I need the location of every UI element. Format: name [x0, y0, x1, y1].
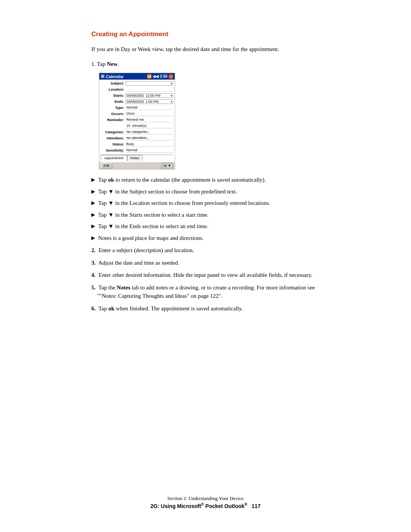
footer-brand: 2G: Using Microsoft® Pocket Outlook® 117: [150, 503, 260, 509]
cal-row-attendees: Attendees: No attendees...: [101, 136, 173, 141]
cal-ok-btn[interactable]: ok ▼: [161, 163, 173, 168]
cal-titlebar-icons: 📶 ◀◀ 2:56: [147, 74, 173, 79]
tab-appointment[interactable]: Appointment: [101, 155, 127, 161]
cal-value-starts[interactable]: 04/09/2003 12:00 PM▼: [126, 93, 173, 98]
cal-row-status: Status: Busy: [101, 142, 173, 147]
bullet-item-location: ▶ Tap ▼ in the Location section to choos…: [91, 199, 335, 208]
bullet-text-starts: Tap ▼ in the Starts section to select a …: [98, 211, 209, 219]
numbered-step-2: 2. Enter a subject (description) and loc…: [91, 246, 335, 255]
cal-value-type: Normal: [126, 105, 173, 110]
bullet-item-notes: ▶ Notes is a good place for maps and dir…: [91, 234, 335, 243]
cal-value-occurs: Once: [126, 112, 173, 116]
numbered-step-4: 4. Enter other desired information. Hide…: [91, 271, 335, 280]
cal-title-text: Calendar: [106, 74, 124, 79]
bullet-list: ▶ Tap ok to return to the calendar (the …: [91, 176, 335, 242]
step-num-5: 5.: [91, 283, 96, 292]
footer-line2: 2G: Using Microsoft® Pocket Outlook® 117: [0, 502, 411, 509]
numbered-step-3: 3. Adjust the date and time as needed.: [91, 259, 335, 267]
bullet-arrow-subject: ▶: [91, 188, 95, 195]
bullet-item-starts: ▶ Tap ▼ in the Starts section to select …: [91, 211, 335, 219]
numbered-step-5: 5. Tap the Notes tab to add notes or a d…: [91, 283, 335, 300]
cal-row-minutes: 15 minute(s): [101, 123, 173, 129]
step-num-2: 2.: [91, 246, 96, 255]
step-text-5: Tap the Notes tab to add notes or a draw…: [97, 283, 335, 300]
step-1-bold: New: [107, 61, 118, 67]
footer: Section 2: Understanding Your Device 2G:…: [0, 495, 411, 509]
cal-row-subject: Subject: ▼: [101, 81, 173, 86]
cal-value-sensitivity: Normal: [126, 148, 173, 153]
cal-label-categories: Categories:: [101, 130, 126, 134]
step-text-4: Enter other desired information. Hide th…: [97, 271, 312, 280]
cal-close-icon[interactable]: [169, 74, 173, 79]
page-container: Creating an Appointment If you are in Da…: [0, 0, 411, 532]
cal-label-ends: Ends:: [101, 100, 126, 104]
cal-edit-button[interactable]: Edit: [101, 163, 112, 168]
bullet-text-notes: Notes is a good place for maps and direc…: [98, 234, 204, 243]
cal-tabs: Appointment Notes: [101, 155, 173, 161]
cal-toolbar: Edit ok ▼: [99, 162, 175, 169]
numbered-step-6: 6. Tap ok when finished. The appointment…: [91, 304, 335, 313]
cal-row-ends: Ends: 04/09/2003 1:00 PM▼: [101, 99, 173, 104]
cal-speaker-icon: ◀◀: [153, 74, 159, 78]
step-text-2: Enter a subject (description) and locati…: [97, 246, 194, 255]
section-title: Creating an Appointment: [91, 30, 335, 38]
bullet-arrow-starts: ▶: [91, 211, 95, 219]
cal-body: Subject: ▼ Location: Starts: 04/09/2003 …: [99, 80, 175, 162]
cal-value-attendees: No attendees...: [126, 136, 173, 141]
cal-value-categories: No categories...: [126, 130, 173, 134]
cal-label-type: Type:: [101, 106, 126, 110]
cal-titlebar: ⊞ Calendar 📶 ◀◀ 2:56: [99, 73, 175, 80]
bullet-item-ok: ▶ Tap ok to return to the calendar (the …: [91, 176, 335, 184]
step-num-3: 3.: [91, 259, 96, 267]
intro-paragraph: If you are in Day or Week view, tap the …: [91, 45, 335, 54]
bullet-arrow-ends: ▶: [91, 222, 95, 230]
bullet-text-location: Tap ▼ in the Location section to choose …: [98, 199, 270, 208]
cal-value-subject[interactable]: ▼: [126, 81, 173, 86]
cal-label-sensitivity: Sensitivity:: [101, 149, 126, 152]
tab-notes[interactable]: Notes: [127, 155, 143, 161]
cal-row-categories: Categories: No categories...: [101, 129, 173, 135]
cal-row-location: Location:: [101, 87, 173, 92]
cal-label-reminder: Reminder:: [101, 118, 126, 122]
bullet-text-subject: Tap ▼ in the Subject section to choose f…: [98, 187, 237, 196]
step-num-6: 6.: [91, 304, 96, 313]
step-1-number: 1.: [91, 61, 96, 67]
cal-time-text: 2:56: [160, 74, 167, 78]
cal-value-reminder: Remind me: [126, 118, 173, 122]
bullet-text-ok: Tap ok to return to the calendar (the ap…: [98, 176, 266, 184]
step-num-4: 4.: [91, 271, 96, 280]
cal-label-attendees: Attendees:: [101, 136, 126, 140]
step-text-3: Adjust the date and time as needed.: [97, 259, 179, 267]
cal-label-status: Status:: [101, 142, 126, 146]
cal-label-occurs: Occurs:: [101, 112, 126, 116]
cal-value-location: [126, 87, 173, 92]
windows-logo: ⊞: [101, 74, 104, 79]
cal-label-starts: Starts:: [101, 94, 126, 97]
cal-row-occurs: Occurs: Once: [101, 111, 173, 117]
bullet-arrow-location: ▶: [91, 199, 95, 207]
cal-row-sensitivity: Sensitivity: Normal: [101, 148, 173, 153]
cal-row-reminder: Reminder: Remind me: [101, 117, 173, 123]
cal-value-status: Busy: [126, 142, 173, 147]
ok-bold-1: ok: [108, 177, 114, 183]
step-text-6: Tap ok when finished. The appointment is…: [97, 304, 243, 313]
step-1-intro: 1. Tap New.: [91, 60, 335, 69]
cal-label-location: Location:: [101, 88, 126, 91]
bullet-arrow-notes: ▶: [91, 234, 95, 242]
ok-bold-2: ok: [108, 305, 115, 312]
bullet-item-subject: ▶ Tap ▼ in the Subject section to choose…: [91, 187, 335, 196]
footer-line1: Section 2: Understanding Your Device: [0, 495, 411, 502]
calendar-screenshot: ⊞ Calendar 📶 ◀◀ 2:56 Subject: ▼ Location…: [99, 73, 175, 169]
cal-label-subject: Subject:: [101, 81, 126, 85]
cal-row-starts: Starts: 04/09/2003 12:00 PM▼: [101, 93, 173, 98]
cal-antenna-icon: 📶: [147, 74, 151, 78]
cal-value-ends[interactable]: 04/09/2003 1:00 PM▼: [126, 99, 173, 104]
cal-value-minutes: 15 minute(s): [126, 124, 173, 128]
numbered-steps: 2. Enter a subject (description) and loc…: [91, 246, 335, 313]
cal-titlebar-left: ⊞ Calendar: [101, 74, 124, 79]
bullet-item-ends: ▶ Tap ▼ in the Ends section to select an…: [91, 222, 335, 231]
bullet-text-ends: Tap ▼ in the Ends section to select an e…: [98, 222, 208, 231]
notes-bold: Notes: [117, 284, 131, 291]
bullet-arrow-ok: ▶: [91, 176, 95, 184]
cal-row-type: Type: Normal: [101, 105, 173, 110]
